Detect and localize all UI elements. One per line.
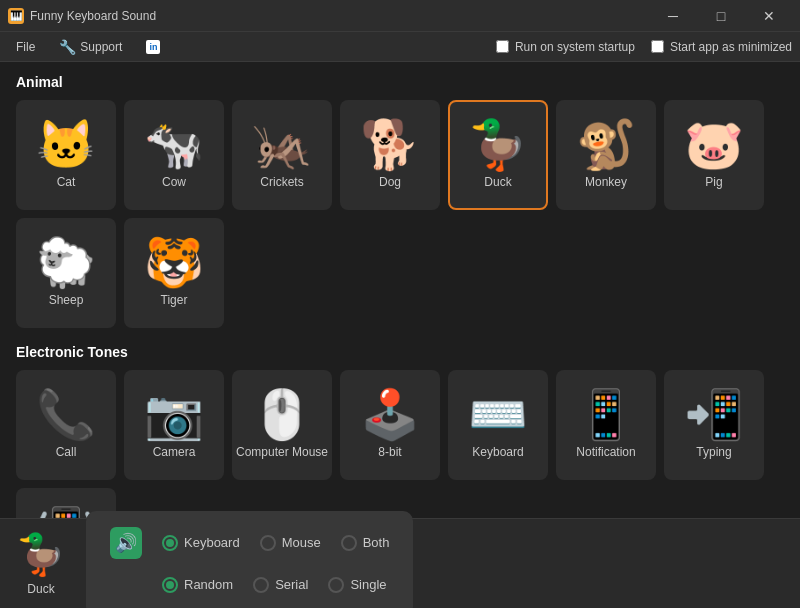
random-mode-option[interactable]: Random	[162, 577, 233, 593]
animal-grid: 🐱 Cat 🐄 Cow 🦗 Crickets 🐕 Dog 🦆 Duck 🐒 Mo…	[16, 100, 784, 328]
mouse-trigger-label: Mouse	[282, 535, 321, 550]
menu-right: Run on system startup Start app as minim…	[496, 40, 792, 54]
single-mode-label: Single	[350, 577, 386, 592]
call-icon: 📞	[36, 391, 96, 439]
sound-item-notification[interactable]: 📱 Notification	[556, 370, 656, 480]
sound-item-8bit[interactable]: 🕹️ 8-bit	[340, 370, 440, 480]
computer-mouse-label: Computer Mouse	[236, 445, 328, 459]
cat-icon: 🐱	[36, 121, 96, 169]
keyboard-icon: ⌨️	[468, 391, 528, 439]
startup-checkbox-label[interactable]: Run on system startup	[496, 40, 635, 54]
window-controls: ─ □ ✕	[650, 0, 792, 32]
minimized-checkbox[interactable]	[651, 40, 664, 53]
crickets-icon: 🦗	[252, 121, 312, 169]
monkey-label: Monkey	[585, 175, 627, 189]
computer-mouse-icon: 🖱️	[252, 391, 312, 439]
camera-label: Camera	[153, 445, 196, 459]
file-menu[interactable]: File	[8, 36, 43, 58]
call-label: Call	[56, 445, 77, 459]
dog-label: Dog	[379, 175, 401, 189]
pig-icon: 🐷	[684, 121, 744, 169]
selected-duck-icon: 🦆	[16, 531, 66, 578]
menubar: File 🔧 Support in Run on system startup …	[0, 32, 800, 62]
keyboard-label: Keyboard	[472, 445, 523, 459]
sound-item-cow[interactable]: 🐄 Cow	[124, 100, 224, 210]
sound-item-dog[interactable]: 🐕 Dog	[340, 100, 440, 210]
random-radio[interactable]	[162, 577, 178, 593]
titlebar: 🎹 Funny Keyboard Sound ─ □ ✕	[0, 0, 800, 32]
notification-icon: 📱	[576, 391, 636, 439]
startup-checkbox[interactable]	[496, 40, 509, 53]
tiger-icon: 🐯	[144, 239, 204, 287]
selected-sound-preview: 🦆 Duck	[16, 531, 66, 596]
sound-item-sheep[interactable]: 🐑 Sheep	[16, 218, 116, 328]
trigger-row: 🔊 Keyboard Mouse Both	[110, 527, 389, 559]
minimized-checkbox-label[interactable]: Start app as minimized	[651, 40, 792, 54]
electronic-section-title: Electronic Tones	[16, 344, 784, 360]
typing-label: Typing	[696, 445, 731, 459]
tiger-label: Tiger	[161, 293, 188, 307]
dog-icon: 🐕	[360, 121, 420, 169]
serial-mode-option[interactable]: Serial	[253, 577, 308, 593]
linkedin-icon: in	[146, 40, 160, 54]
random-mode-label: Random	[184, 577, 233, 592]
camera-icon: 📷	[144, 391, 204, 439]
sound-item-keyboard[interactable]: ⌨️ Keyboard	[448, 370, 548, 480]
sound-item-cat[interactable]: 🐱 Cat	[16, 100, 116, 210]
both-trigger-option[interactable]: Both	[341, 535, 390, 551]
selected-duck-label: Duck	[27, 582, 54, 596]
typing-icon: 📲	[684, 391, 744, 439]
both-radio[interactable]	[341, 535, 357, 551]
duck-icon: 🦆	[468, 121, 528, 169]
cat-label: Cat	[57, 175, 76, 189]
keyboard-radio[interactable]	[162, 535, 178, 551]
close-button[interactable]: ✕	[746, 0, 792, 32]
support-menu-label: Support	[80, 40, 122, 54]
mouse-trigger-option[interactable]: Mouse	[260, 535, 321, 551]
crickets-label: Crickets	[260, 175, 303, 189]
single-radio[interactable]	[328, 577, 344, 593]
sound-item-computer-mouse[interactable]: 🖱️ Computer Mouse	[232, 370, 332, 480]
cow-label: Cow	[162, 175, 186, 189]
notification-label: Notification	[576, 445, 635, 459]
sound-item-crickets[interactable]: 🦗 Crickets	[232, 100, 332, 210]
wrench-icon: 🔧	[59, 39, 76, 55]
duck-label: Duck	[484, 175, 511, 189]
mode-row: Random Serial Single	[110, 569, 389, 601]
keyboard-trigger-label: Keyboard	[184, 535, 240, 550]
single-mode-option[interactable]: Single	[328, 577, 386, 593]
sound-item-call[interactable]: 📞 Call	[16, 370, 116, 480]
minimized-label: Start app as minimized	[670, 40, 792, 54]
8bit-label: 8-bit	[378, 445, 401, 459]
support-menu[interactable]: 🔧 Support	[51, 35, 130, 59]
file-menu-label: File	[16, 40, 35, 54]
keyboard-trigger-option[interactable]: Keyboard	[162, 535, 240, 551]
monkey-icon: 🐒	[576, 121, 636, 169]
maximize-button[interactable]: □	[698, 0, 744, 32]
sound-wave-icon: 🔊	[110, 527, 142, 559]
serial-mode-label: Serial	[275, 577, 308, 592]
cow-icon: 🐄	[144, 121, 204, 169]
sound-item-tiger[interactable]: 🐯 Tiger	[124, 218, 224, 328]
both-trigger-label: Both	[363, 535, 390, 550]
minimize-button[interactable]: ─	[650, 0, 696, 32]
sheep-label: Sheep	[49, 293, 84, 307]
bottom-panel: 🦆 Duck 🔊 Keyboard Mouse Both Random	[0, 518, 800, 608]
sound-item-duck[interactable]: 🦆 Duck	[448, 100, 548, 210]
sound-item-monkey[interactable]: 🐒 Monkey	[556, 100, 656, 210]
app-title: Funny Keyboard Sound	[30, 9, 650, 23]
pig-label: Pig	[705, 175, 722, 189]
animal-section-title: Animal	[16, 74, 784, 90]
startup-label: Run on system startup	[515, 40, 635, 54]
sheep-icon: 🐑	[36, 239, 96, 287]
serial-radio[interactable]	[253, 577, 269, 593]
sound-item-camera[interactable]: 📷 Camera	[124, 370, 224, 480]
app-icon: 🎹	[8, 8, 24, 24]
mouse-radio[interactable]	[260, 535, 276, 551]
sound-item-pig[interactable]: 🐷 Pig	[664, 100, 764, 210]
linkedin-menu[interactable]: in	[138, 36, 168, 58]
playback-options: 🔊 Keyboard Mouse Both Random Seria	[86, 511, 413, 609]
sound-item-typing[interactable]: 📲 Typing	[664, 370, 764, 480]
8bit-icon: 🕹️	[360, 391, 420, 439]
